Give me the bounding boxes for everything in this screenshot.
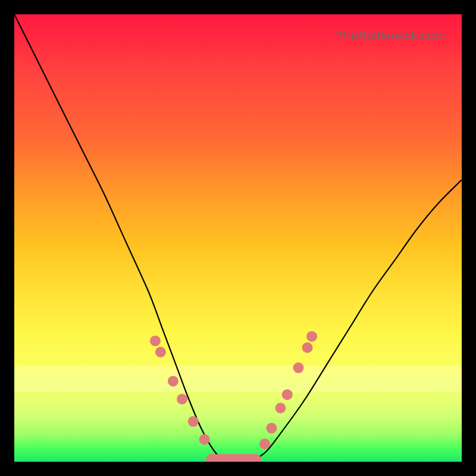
curve-marker <box>188 416 199 427</box>
curve-marker <box>302 342 313 353</box>
curve-marker <box>155 347 166 358</box>
curve-marker <box>293 362 304 373</box>
plot-area: TheBottleneck.com <box>14 14 462 462</box>
chart-svg <box>14 14 462 462</box>
curve-marker <box>306 331 317 342</box>
bottleneck-curve <box>14 14 462 462</box>
curve-marker <box>150 336 161 346</box>
curve-marker <box>168 376 178 387</box>
curve-marker <box>177 394 187 405</box>
curve-marker <box>275 403 286 414</box>
curve-marker <box>282 389 293 400</box>
markers-right-group <box>259 331 317 449</box>
curve-marker <box>266 423 277 434</box>
curve-marker <box>259 439 270 449</box>
curve-marker <box>199 434 210 444</box>
outer-frame: TheBottleneck.com <box>0 0 476 476</box>
watermark-text: TheBottleneck.com <box>336 29 445 43</box>
